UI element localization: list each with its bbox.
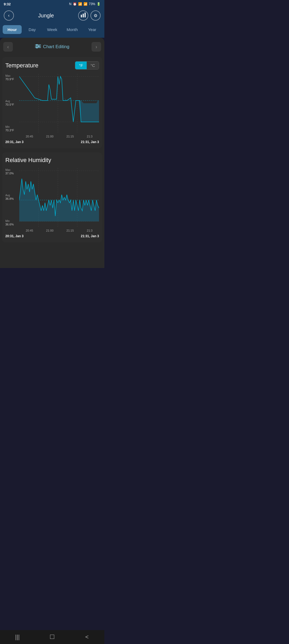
gear-icon: ⚙ (94, 13, 97, 18)
svg-rect-1 (83, 14, 84, 17)
chart-editing-center: Chart Editing (35, 44, 69, 50)
temp-x-label-2: 21:15 (66, 135, 74, 138)
unit-c-button[interactable]: °C (87, 62, 99, 69)
hum-x-label-3: 21:3 (87, 229, 92, 232)
temp-date-end: 21:31, Jan 3 (81, 140, 99, 144)
temp-x-label-3: 21:3 (87, 135, 92, 138)
tab-bar: Hour Day Week Month Year (0, 23, 104, 38)
chart-editing-label: Chart Editing (43, 44, 69, 49)
tab-month[interactable]: Month (63, 25, 82, 34)
svg-rect-0 (81, 15, 82, 17)
status-time: 9:32 (4, 2, 11, 6)
temperature-x-labels: 20:45 21:00 21:15 21:3 (5, 135, 99, 138)
humidity-x-labels: 20:45 21:00 21:15 21:3 (5, 229, 99, 232)
settings-button[interactable]: ⚙ (90, 10, 101, 21)
humidity-y-labels: Max 37.0% Avg 36.8% Min 36.6% (5, 168, 19, 227)
temperature-title: Temperature (5, 62, 39, 69)
hum-date-start: 20:31, Jan 3 (5, 234, 24, 238)
header: ‹ Jungle ⚙ (0, 8, 104, 23)
temperature-chart-card: Temperature °F °C Max 70.9°F Avg 70.5°F … (2, 57, 102, 148)
hum-avg-label: Avg 36.8% (5, 194, 19, 201)
prev-chart-button[interactable]: ‹ (3, 42, 13, 52)
unit-toggle-temperature: °F °C (75, 61, 99, 70)
humidity-svg-container (19, 168, 99, 227)
battery-icon: 🔋 (97, 2, 101, 6)
hum-min-label: Min 36.6% (5, 220, 19, 226)
svg-point-6 (38, 45, 40, 47)
main-content: ‹ Chart Editing › Temperature °F °C (0, 38, 104, 268)
chart-icon (81, 12, 86, 19)
tab-week[interactable]: Week (43, 25, 62, 34)
chart-button[interactable] (78, 10, 88, 21)
temp-date-start: 20:31, Jan 3 (5, 140, 24, 144)
temp-avg-label: Avg 70.5°F (5, 100, 19, 106)
temp-min-label: Min 70.3°F (5, 125, 19, 132)
battery-text: 73% (89, 2, 95, 6)
hum-date-end: 21:31, Jan 3 (81, 234, 99, 238)
hum-x-label-1: 21:00 (46, 229, 54, 232)
temperature-chart-area: Max 70.9°F Avg 70.5°F Min 70.3°F (5, 74, 99, 133)
next-chart-button[interactable]: › (92, 42, 101, 52)
chart-editing-icon (35, 44, 41, 50)
temperature-title-row: Temperature °F °C (5, 61, 99, 70)
temp-x-label-0: 20:45 (26, 135, 33, 138)
wifi-icon: 📶 (78, 2, 82, 6)
tab-year[interactable]: Year (83, 25, 102, 34)
svg-point-4 (36, 44, 38, 46)
chart-editing-bar: ‹ Chart Editing › (0, 38, 104, 56)
status-bar: 9:32 N ⏰ 📶 📶 73% 🔋 (0, 0, 104, 8)
page-title: Jungle (38, 13, 54, 19)
temp-max-label: Max 70.9°F (5, 74, 19, 81)
tab-hour[interactable]: Hour (3, 25, 22, 34)
humidity-chart-card: Relative Humidity Max 37.0% Avg 36.8% Mi… (2, 152, 102, 242)
temperature-date-range: 20:31, Jan 3 21:31, Jan 3 (5, 138, 99, 144)
hum-max-label: Max 37.0% (5, 168, 19, 175)
alarm-icon: ⏰ (73, 2, 77, 6)
humidity-title: Relative Humidity (5, 157, 51, 164)
tab-day[interactable]: Day (23, 25, 42, 34)
status-right: N ⏰ 📶 📶 73% 🔋 (69, 2, 101, 6)
temperature-y-labels: Max 70.9°F Avg 70.5°F Min 70.3°F (5, 74, 19, 133)
temperature-svg-container (19, 74, 99, 133)
signal-icon: 📶 (83, 2, 88, 6)
humidity-chart-area: Max 37.0% Avg 36.8% Min 36.6% (5, 168, 99, 227)
temp-x-label-1: 21:00 (46, 135, 54, 138)
svg-rect-2 (85, 13, 86, 17)
back-icon: ‹ (8, 13, 9, 18)
hum-x-label-0: 20:45 (26, 229, 33, 232)
back-button[interactable]: ‹ (4, 10, 14, 21)
humidity-date-range: 20:31, Jan 3 21:31, Jan 3 (5, 232, 99, 238)
humidity-title-row: Relative Humidity (5, 157, 99, 164)
header-icons: ⚙ (78, 10, 101, 21)
unit-f-button[interactable]: °F (75, 62, 87, 69)
svg-point-8 (36, 47, 38, 48)
notification-icon: N (69, 2, 71, 6)
hum-x-label-2: 21:15 (66, 229, 74, 232)
